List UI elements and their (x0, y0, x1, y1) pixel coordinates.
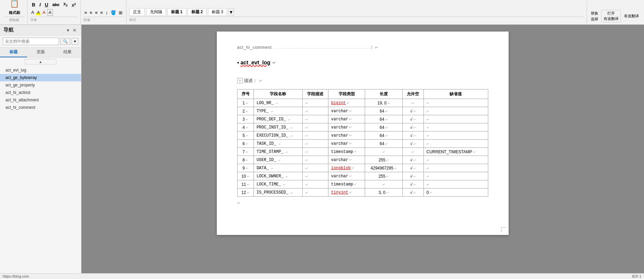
cell-num: 2 ↵ (238, 107, 254, 115)
cell-field-desc: ↵ (302, 107, 328, 115)
cell-field-type: timestamp ↵ (328, 148, 365, 156)
align-left-button[interactable]: ≡ (83, 10, 88, 16)
cell-nullable: √ ↵ (402, 107, 423, 115)
open-translate-button[interactable]: 打开有道翻译 (601, 10, 621, 22)
search-options-button[interactable]: ▾ (72, 38, 78, 45)
translate-button[interactable]: 有道翻译 (623, 13, 640, 19)
select-button[interactable]: 选择 (590, 16, 599, 22)
cell-field-type: longblob ↵ (328, 164, 365, 172)
italic-button[interactable]: I (38, 1, 42, 8)
nav-tab-results[interactable]: 结果 (54, 47, 81, 57)
cell-length: 255 ↵ (365, 172, 403, 180)
font-group: B I U abc X2 X2 A A A A 字体 (27, 1, 81, 24)
cell-num: 8 ↵ (238, 156, 254, 164)
nav-list: act_evt_log act_ge_bytearray act_ge_prop… (0, 66, 81, 273)
cell-default: ↵ (423, 164, 488, 172)
style-h1[interactable]: 标题 1 (167, 8, 186, 16)
paste-button[interactable]: 📋 (7, 0, 22, 9)
nav-item-act-evt-log[interactable]: act_evt_log (0, 66, 81, 74)
collapse-all-button[interactable]: ▲ (25, 59, 56, 64)
cell-field-desc: ↵ (302, 172, 328, 180)
font-color-button[interactable]: A (30, 9, 35, 15)
status-right: tER 1 (632, 274, 641, 278)
styles-dropdown-button[interactable]: ▾ (228, 8, 234, 16)
cell-field-name: TYPE_ ↵ (254, 107, 303, 115)
format-painter-button[interactable]: 格式刷 (7, 9, 21, 16)
style-normal[interactable]: 正文 (129, 8, 145, 16)
nav-item-act-ge-bytearray[interactable]: act_ge_bytearray (0, 74, 81, 81)
para-handle-icon[interactable]: ⊹ (237, 78, 243, 83)
cell-nullable: ↵ (402, 99, 423, 107)
cell-field-name: LOG_NR_ ↵ (254, 99, 303, 107)
table-row: 10 ↵LOCK_OWNER_ ↵ ↵varchar ↵255 ↵√ ↵ ↵ (238, 172, 488, 180)
cell-length: 64 ↵ (365, 140, 403, 148)
justify-button[interactable]: ≡ (99, 10, 104, 16)
format-painter-label: 格式刷 (9, 11, 20, 15)
nav-item-act-hi-actinst[interactable]: act_hi_actinst (0, 89, 81, 96)
nav-tab-headings[interactable]: 标题 (0, 47, 27, 57)
cell-length: 64 ↵ (365, 123, 403, 132)
style-no-space[interactable]: 无间隔 (146, 8, 166, 16)
status-url: https://bing.com (3, 274, 29, 278)
cell-nullable: ↵ (402, 148, 423, 156)
align-center-button[interactable]: ≡ (89, 10, 93, 16)
line-spacing-button[interactable]: ↕ (105, 10, 109, 16)
main-toolbar: 📋 格式刷 剪贴板 B I U abc X2 X2 A A A (0, 0, 644, 25)
table-row: 2 ↵TYPE_ ↵ ↵varchar ↵64 ↵√ ↵ ↵ (238, 107, 488, 115)
nav-tab-pages[interactable]: 页面 (27, 47, 54, 57)
col-field-name: 字段名称 (254, 89, 303, 99)
nav-pin-button[interactable]: ▾ (66, 27, 70, 33)
styles-group: 正文 无间隔 标题 1 标题 2 标题 3 ▾ 样式 (127, 1, 587, 24)
char-border-button[interactable]: A (47, 9, 53, 16)
nav-item-act-hi-comment[interactable]: act_hi_comment (0, 104, 81, 111)
doc-page: act_hi_comment .........................… (217, 32, 509, 235)
font-shade-button[interactable]: A (41, 9, 46, 15)
cell-default: ↵ (423, 156, 488, 164)
table-row: 7 ↵TIME_STAMP_ ↵ ↵timestamp ↵ ↵ ↵CURRENT… (238, 148, 488, 156)
cell-field-type: varchar ↵ (328, 107, 365, 115)
table-name: act_evt_log (241, 60, 270, 66)
search-input[interactable] (3, 38, 59, 45)
cell-length: 64 ↵ (365, 132, 403, 140)
cell-field-name: TASK_ID_ ↵ (254, 140, 303, 148)
nav-close-button[interactable]: ✕ (72, 27, 78, 33)
strikethrough-button[interactable]: abc (51, 2, 61, 8)
paragraph-label: 段落 (83, 17, 124, 22)
table-row: 4 ↵PROC_INST_ID_ ↵ ↵varchar ↵64 ↵√ ↵ ↵ (238, 123, 488, 132)
nav-item-act-ge-property[interactable]: act_ge_property (0, 81, 81, 89)
align-right-button[interactable]: ≡ (94, 10, 99, 16)
cell-length: ↵ (365, 180, 403, 188)
underline-button[interactable]: U (43, 1, 50, 8)
nav-tabs: 标题 页面 结果 (0, 47, 81, 58)
style-h2[interactable]: 标题 2 (188, 8, 207, 16)
search-button[interactable]: 🔍 (60, 38, 70, 45)
doc-area[interactable]: act_hi_comment .........................… (81, 25, 644, 273)
cell-nullable: √ ↵ (402, 132, 423, 140)
cell-default: ↵ (423, 140, 488, 148)
clipboard-group: 📋 格式刷 剪贴板 (1, 1, 27, 24)
table-row: 3 ↵PROC_DEF_ID_ ↵ ↵varchar ↵64 ↵√ ↵ ↵ (238, 115, 488, 123)
style-h3[interactable]: 标题 3 (208, 8, 227, 16)
cell-field-desc: ↵ (302, 156, 328, 164)
bold-button[interactable]: B (30, 1, 37, 8)
borders-button[interactable]: ⊞ (118, 10, 124, 16)
cell-field-name: LOCK_TIME_ ↵ (254, 180, 303, 188)
cell-nullable: √ ↵ (402, 188, 423, 197)
nav-item-act-hi-attachment[interactable]: act_hi_attachment (0, 96, 81, 104)
change-button[interactable]: 替换 (590, 11, 599, 16)
cell-num: 9 ↵ (238, 164, 254, 172)
nav-header: 导航 ▾ ✕ (0, 25, 81, 36)
cell-field-type: varchar ↵ (328, 115, 365, 123)
cell-nullable: √ ↵ (402, 140, 423, 148)
cell-num: 5 ↵ (238, 132, 254, 140)
fill-button[interactable]: 🪣 (110, 10, 117, 16)
subscript-button[interactable]: X2 (62, 1, 69, 8)
table-row: 11 ↵LOCK_TIME_ ↵ ↵timestamp ↵ ↵√ ↵ ↵ (238, 180, 488, 188)
edit-group: 替换 选择 打开有道翻译 有道翻译 (587, 1, 643, 24)
cell-num: 3 ↵ (238, 115, 254, 123)
cell-field-name: USER_ID_ ↵ (254, 156, 303, 164)
cell-nullable: √ ↵ (402, 172, 423, 180)
superscript-button[interactable]: X2 (70, 2, 77, 8)
cell-field-name: IS_PROCESSED_ ↵ (254, 188, 303, 197)
highlight-button[interactable]: A (36, 9, 41, 15)
